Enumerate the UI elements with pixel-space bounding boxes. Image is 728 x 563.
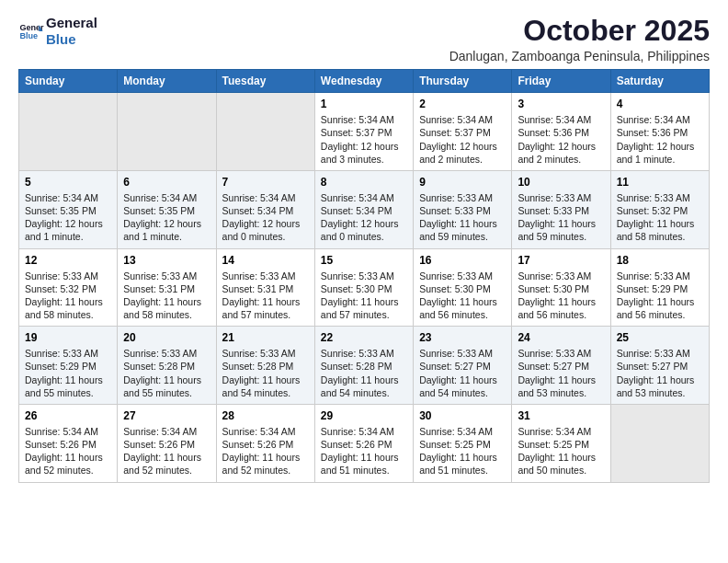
sunrise-label: Sunrise: 5:34 AM <box>321 426 394 437</box>
cell-info: Sunrise: 5:33 AM Sunset: 5:31 PM Dayligh… <box>222 270 309 322</box>
day-number: 8 <box>321 176 407 189</box>
sunrise-label: Sunrise: 5:34 AM <box>419 114 493 125</box>
sunrise-label: Sunrise: 5:33 AM <box>321 348 394 359</box>
sunrise-label: Sunrise: 5:33 AM <box>321 270 394 282</box>
sunrise-label: Sunrise: 5:33 AM <box>25 270 98 282</box>
calendar-cell-29: 29 Sunrise: 5:34 AM Sunset: 5:26 PM Dayl… <box>314 404 413 482</box>
cell-info: Sunrise: 5:34 AM Sunset: 5:36 PM Dayligh… <box>518 113 604 166</box>
cell-info: Sunrise: 5:34 AM Sunset: 5:35 PM Dayligh… <box>25 191 111 244</box>
calendar-cell-16: 16 Sunrise: 5:33 AM Sunset: 5:30 PM Dayl… <box>414 248 512 327</box>
day-number: 7 <box>222 176 309 189</box>
day-number: 10 <box>518 176 604 189</box>
daylight-label: Daylight: 11 hours and 54 minutes. <box>222 374 301 398</box>
daylight-label: Daylight: 11 hours and 55 minutes. <box>123 374 201 398</box>
cell-info: Sunrise: 5:34 AM Sunset: 5:25 PM Dayligh… <box>419 425 506 477</box>
sunset-label: Sunset: 5:29 PM <box>617 283 688 294</box>
logo: General Blue General Blue <box>18 15 97 48</box>
sunrise-label: Sunrise: 5:33 AM <box>25 348 98 359</box>
daylight-label: Daylight: 12 hours and 3 minutes. <box>321 141 399 165</box>
daylight-label: Daylight: 11 hours and 51 minutes. <box>419 452 497 476</box>
calendar-cell-31: 31 Sunrise: 5:34 AM Sunset: 5:25 PM Dayl… <box>512 404 610 482</box>
sunrise-label: Sunrise: 5:34 AM <box>518 426 591 437</box>
calendar-cell-5: 5 Sunrise: 5:34 AM Sunset: 5:35 PM Dayli… <box>19 170 118 248</box>
day-number: 30 <box>419 409 506 422</box>
weekday-header-saturday: Saturday <box>610 70 709 93</box>
daylight-label: Daylight: 11 hours and 53 minutes. <box>617 374 695 398</box>
daylight-label: Daylight: 12 hours and 1 minute. <box>123 218 201 242</box>
calendar-cell-18: 18 Sunrise: 5:33 AM Sunset: 5:29 PM Dayl… <box>610 248 709 327</box>
daylight-label: Daylight: 11 hours and 55 minutes. <box>25 374 103 398</box>
sunset-label: Sunset: 5:29 PM <box>25 361 97 372</box>
calendar-cell-empty <box>118 93 216 171</box>
day-number: 12 <box>25 254 111 267</box>
sunset-label: Sunset: 5:26 PM <box>25 439 97 450</box>
cell-info: Sunrise: 5:34 AM Sunset: 5:26 PM Dayligh… <box>25 425 111 477</box>
cell-info: Sunrise: 5:34 AM Sunset: 5:26 PM Dayligh… <box>222 425 309 477</box>
sunset-label: Sunset: 5:30 PM <box>518 283 589 294</box>
month-year: October 2025 <box>449 15 710 47</box>
weekday-header-tuesday: Tuesday <box>216 70 314 93</box>
calendar-table: SundayMondayTuesdayWednesdayThursdayFrid… <box>18 69 710 482</box>
sunrise-label: Sunrise: 5:34 AM <box>518 114 591 125</box>
sunset-label: Sunset: 5:27 PM <box>617 361 688 372</box>
calendar-body: 1 Sunrise: 5:34 AM Sunset: 5:37 PM Dayli… <box>19 93 710 482</box>
sunrise-label: Sunrise: 5:34 AM <box>321 192 394 203</box>
day-number: 11 <box>617 176 703 189</box>
daylight-label: Daylight: 11 hours and 59 minutes. <box>419 218 497 242</box>
day-number: 24 <box>518 331 604 344</box>
sunrise-label: Sunrise: 5:33 AM <box>617 348 690 359</box>
day-number: 31 <box>518 409 604 422</box>
sunrise-label: Sunrise: 5:34 AM <box>25 426 98 437</box>
logo-icon: General Blue <box>18 18 44 44</box>
sunrise-label: Sunrise: 5:33 AM <box>518 192 591 203</box>
sunset-label: Sunset: 5:32 PM <box>617 205 688 216</box>
cell-info: Sunrise: 5:34 AM Sunset: 5:36 PM Dayligh… <box>617 113 703 166</box>
daylight-label: Daylight: 11 hours and 52 minutes. <box>25 452 103 476</box>
daylight-label: Daylight: 12 hours and 1 minute. <box>617 141 695 165</box>
daylight-label: Daylight: 12 hours and 2 minutes. <box>419 141 497 165</box>
calendar-cell-1: 1 Sunrise: 5:34 AM Sunset: 5:37 PM Dayli… <box>314 93 413 171</box>
daylight-label: Daylight: 12 hours and 1 minute. <box>25 218 103 242</box>
day-number: 2 <box>419 98 506 110</box>
day-number: 1 <box>321 98 407 110</box>
cell-info: Sunrise: 5:34 AM Sunset: 5:34 PM Dayligh… <box>222 191 309 244</box>
calendar-cell-14: 14 Sunrise: 5:33 AM Sunset: 5:31 PM Dayl… <box>216 248 314 327</box>
calendar-cell-30: 30 Sunrise: 5:34 AM Sunset: 5:25 PM Dayl… <box>414 404 512 482</box>
sunset-label: Sunset: 5:34 PM <box>321 205 392 216</box>
sunset-label: Sunset: 5:31 PM <box>222 283 294 294</box>
cell-info: Sunrise: 5:33 AM Sunset: 5:27 PM Dayligh… <box>518 347 604 399</box>
calendar-cell-26: 26 Sunrise: 5:34 AM Sunset: 5:26 PM Dayl… <box>19 404 118 482</box>
calendar-cell-empty <box>19 93 118 171</box>
cell-info: Sunrise: 5:33 AM Sunset: 5:32 PM Dayligh… <box>25 270 111 322</box>
daylight-label: Daylight: 11 hours and 56 minutes. <box>518 296 596 320</box>
cell-info: Sunrise: 5:33 AM Sunset: 5:30 PM Dayligh… <box>321 270 407 322</box>
cell-info: Sunrise: 5:34 AM Sunset: 5:26 PM Dayligh… <box>123 425 210 477</box>
sunrise-label: Sunrise: 5:34 AM <box>222 426 296 437</box>
daylight-label: Daylight: 12 hours and 0 minutes. <box>222 218 301 242</box>
day-number: 20 <box>123 331 210 344</box>
calendar-cell-10: 10 Sunrise: 5:33 AM Sunset: 5:33 PM Dayl… <box>512 170 610 248</box>
cell-info: Sunrise: 5:34 AM Sunset: 5:26 PM Dayligh… <box>321 425 407 477</box>
sunset-label: Sunset: 5:34 PM <box>222 205 294 216</box>
calendar-cell-6: 6 Sunrise: 5:34 AM Sunset: 5:35 PM Dayli… <box>118 170 216 248</box>
sunset-label: Sunset: 5:36 PM <box>617 127 688 138</box>
cell-info: Sunrise: 5:33 AM Sunset: 5:32 PM Dayligh… <box>617 191 703 244</box>
daylight-label: Daylight: 11 hours and 54 minutes. <box>321 374 399 398</box>
daylight-label: Daylight: 12 hours and 2 minutes. <box>518 141 596 165</box>
calendar-cell-22: 22 Sunrise: 5:33 AM Sunset: 5:28 PM Dayl… <box>314 327 413 405</box>
sunrise-label: Sunrise: 5:33 AM <box>419 270 493 282</box>
calendar-cell-11: 11 Sunrise: 5:33 AM Sunset: 5:32 PM Dayl… <box>610 170 709 248</box>
day-number: 23 <box>419 331 506 344</box>
sunset-label: Sunset: 5:26 PM <box>222 439 294 450</box>
calendar-cell-empty <box>216 93 314 171</box>
calendar-cell-20: 20 Sunrise: 5:33 AM Sunset: 5:28 PM Dayl… <box>118 327 216 405</box>
daylight-label: Daylight: 11 hours and 52 minutes. <box>222 452 301 476</box>
sunset-label: Sunset: 5:25 PM <box>518 439 589 450</box>
day-number: 13 <box>123 254 210 267</box>
sunset-label: Sunset: 5:32 PM <box>25 283 97 294</box>
sunrise-label: Sunrise: 5:34 AM <box>123 426 197 437</box>
title-block: October 2025 Danlugan, Zamboanga Peninsu… <box>449 15 710 63</box>
daylight-label: Daylight: 11 hours and 56 minutes. <box>617 296 695 320</box>
day-number: 15 <box>321 254 407 267</box>
calendar-cell-12: 12 Sunrise: 5:33 AM Sunset: 5:32 PM Dayl… <box>19 248 118 327</box>
